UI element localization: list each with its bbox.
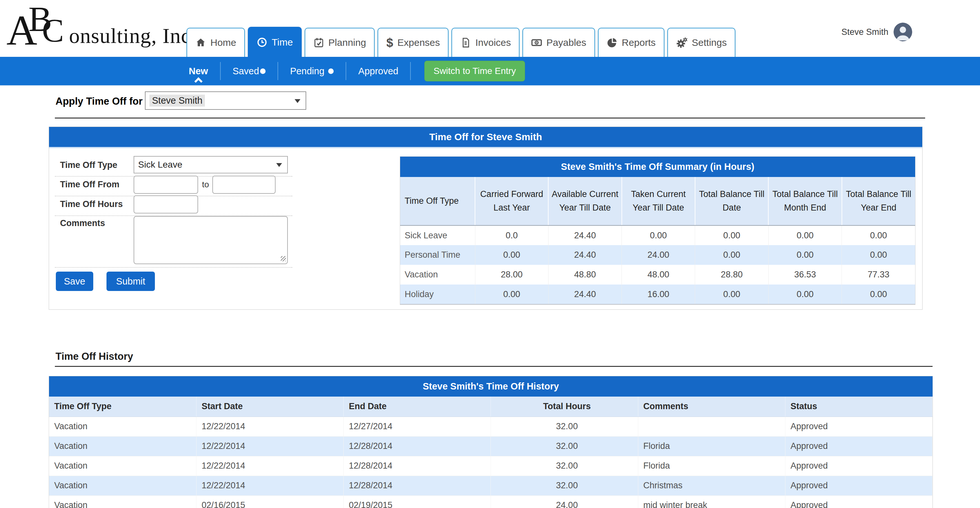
table-cell: 12/22/2014 bbox=[196, 456, 343, 476]
subnav-item-approved[interactable]: Approved bbox=[346, 57, 410, 85]
resize-handle-icon[interactable] bbox=[281, 256, 286, 261]
tab-invoices[interactable]: Invoices bbox=[452, 28, 520, 57]
main-nav: Home Time Planning $ Expenses Invoices bbox=[186, 27, 735, 57]
status-dot bbox=[328, 69, 334, 74]
user-menu[interactable]: Steve Smith bbox=[841, 22, 912, 42]
status-dot bbox=[260, 69, 266, 74]
table-cell: mid winter break bbox=[638, 495, 785, 508]
table-cell: Vacation bbox=[49, 417, 196, 436]
calendar-check-icon bbox=[313, 37, 324, 48]
table-cell: 0.00 bbox=[768, 225, 842, 245]
time-off-summary: Steve Smith's Time Off Summary (in Hours… bbox=[400, 156, 915, 305]
tab-label: Settings bbox=[692, 37, 727, 48]
table-cell: 0.00 bbox=[768, 245, 842, 265]
table-cell: Christmas bbox=[638, 476, 785, 495]
column-header: Total Hours bbox=[491, 396, 638, 417]
employee-select[interactable]: Steve Smith bbox=[145, 91, 306, 110]
subnav-item-pending[interactable]: Pending bbox=[278, 57, 345, 85]
table-cell: Holiday bbox=[400, 284, 475, 304]
table-cell: Vacation bbox=[49, 476, 196, 495]
pie-chart-icon bbox=[607, 37, 617, 48]
tab-planning[interactable]: Planning bbox=[305, 28, 375, 57]
avatar[interactable] bbox=[894, 22, 912, 42]
tab-payables[interactable]: Payables bbox=[522, 28, 595, 57]
table-cell: 12/22/2014 bbox=[196, 417, 343, 436]
table-cell: Vacation bbox=[400, 265, 475, 284]
tab-settings[interactable]: Settings bbox=[667, 28, 735, 57]
gears-icon bbox=[676, 37, 688, 48]
time-off-hours-label: Time Off Hours bbox=[60, 199, 123, 209]
column-header: End Date bbox=[344, 396, 491, 417]
table-cell: 12/28/2014 bbox=[344, 436, 491, 456]
column-header: Time Off Type bbox=[49, 396, 196, 417]
panel-title: Time Off for Steve Smith bbox=[49, 127, 922, 147]
apply-time-off-label: Apply Time Off for bbox=[56, 96, 143, 107]
subnav-label: New bbox=[189, 66, 208, 77]
table-cell: 32.00 bbox=[491, 436, 638, 456]
divider bbox=[55, 118, 925, 118]
invoice-icon bbox=[460, 37, 471, 48]
table-row: Vacation12/22/201412/28/201432.00Christm… bbox=[49, 476, 932, 495]
time-off-from-label: Time Off From bbox=[60, 180, 119, 190]
summary-table: Time Off TypeCarried Forward Last YearAv… bbox=[400, 177, 915, 305]
comments-textarea[interactable] bbox=[134, 216, 288, 264]
subnav-label: Approved bbox=[358, 66, 398, 77]
table-cell: Vacation bbox=[49, 495, 196, 508]
company-logo[interactable]: A B C onsulting, Inc. bbox=[5, 1, 205, 56]
column-header: Comments bbox=[638, 396, 785, 417]
table-cell: Vacation bbox=[49, 456, 196, 476]
table-cell: 12/27/2014 bbox=[344, 417, 491, 436]
home-icon bbox=[195, 37, 206, 48]
switch-to-time-entry-button[interactable]: Switch to Time Entry bbox=[424, 61, 525, 81]
tab-expenses[interactable]: $ Expenses bbox=[377, 28, 449, 57]
table-row: Sick Leave0.024.400.000.000.000.00 bbox=[400, 225, 915, 245]
table-cell: 32.00 bbox=[491, 476, 638, 495]
history-title: Steve Smith's Time Off History bbox=[49, 376, 932, 396]
hours-input[interactable] bbox=[134, 195, 198, 214]
comments-label: Comments bbox=[60, 218, 105, 228]
save-button[interactable]: Save bbox=[56, 272, 93, 291]
divider bbox=[55, 366, 932, 367]
column-header: Total Balance Till Month End bbox=[768, 177, 842, 225]
column-header: Time Off Type bbox=[400, 177, 475, 225]
tab-home[interactable]: Home bbox=[186, 28, 245, 57]
table-cell: Florida bbox=[638, 456, 785, 476]
time-off-type-select[interactable]: Sick Leave bbox=[134, 156, 288, 173]
table-cell: 12/22/2014 bbox=[196, 476, 343, 495]
to-date-input[interactable] bbox=[212, 176, 275, 194]
tab-reports[interactable]: Reports bbox=[598, 28, 664, 57]
subnav-item-saved[interactable]: Saved bbox=[221, 57, 277, 85]
chevron-down-icon bbox=[276, 163, 282, 167]
divider bbox=[410, 62, 411, 80]
divider bbox=[49, 147, 922, 148]
table-cell: 0.00 bbox=[695, 225, 768, 245]
clock-icon bbox=[256, 37, 267, 48]
table-cell: 28.00 bbox=[475, 265, 548, 284]
table-cell: 77.33 bbox=[842, 265, 915, 284]
table-cell: 0.00 bbox=[475, 245, 548, 265]
table-cell: 32.00 bbox=[491, 456, 638, 476]
table-row: Vacation12/22/201412/28/201432.00Florida… bbox=[49, 456, 932, 476]
subnav-item-new[interactable]: New bbox=[177, 57, 220, 85]
app-header: A B C onsulting, Inc. Home Time Planning… bbox=[0, 0, 980, 57]
banknote-icon bbox=[531, 37, 542, 48]
table-cell: 36.53 bbox=[768, 265, 842, 284]
from-date-input[interactable] bbox=[134, 176, 198, 194]
time-off-type-value: Sick Leave bbox=[138, 160, 182, 170]
table-row: Personal Time0.0024.4024.000.000.000.00 bbox=[400, 245, 915, 265]
table-cell: Personal Time bbox=[400, 245, 475, 265]
table-cell: 16.00 bbox=[622, 284, 695, 304]
table-cell: 24.00 bbox=[622, 245, 695, 265]
table-cell: 48.80 bbox=[548, 265, 622, 284]
logo-text: onsulting, Inc. bbox=[69, 25, 196, 46]
table-cell: 0.00 bbox=[842, 284, 915, 304]
table-cell: 02/16/2015 bbox=[196, 495, 343, 508]
column-header: Total Balance Till Year End bbox=[842, 177, 915, 225]
to-label: to bbox=[202, 180, 209, 190]
summary-title: Steve Smith's Time Off Summary (in Hours… bbox=[400, 157, 915, 177]
column-header: Total Balance Till Date bbox=[695, 177, 768, 225]
table-row: Vacation28.0048.8048.0028.8036.5377.33 bbox=[400, 265, 915, 284]
tab-time[interactable]: Time bbox=[248, 27, 302, 57]
column-header: Status bbox=[785, 396, 932, 417]
submit-button[interactable]: Submit bbox=[107, 272, 155, 291]
